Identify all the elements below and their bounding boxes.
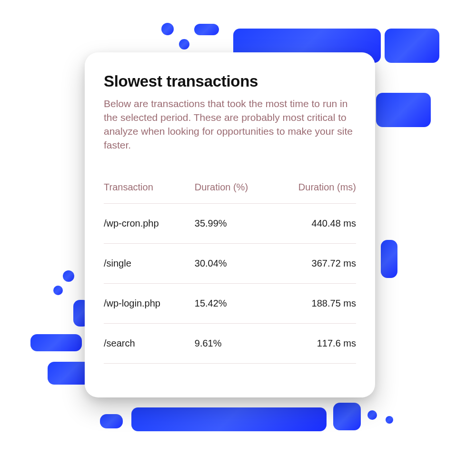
col-header-transaction: Transaction: [104, 182, 195, 204]
deco-shape: [194, 24, 219, 35]
card-title: Slowest transactions: [104, 72, 356, 90]
cell-duration-ms: 188.75 ms: [270, 283, 356, 323]
cell-transaction: /wp-login.php: [104, 283, 195, 323]
deco-dot: [161, 23, 174, 35]
slowest-transactions-card: Slowest transactions Below are transacti…: [85, 52, 375, 397]
deco-dot: [386, 416, 393, 424]
deco-shape: [131, 407, 327, 431]
table-row[interactable]: /wp-login.php 15.42% 188.75 ms: [104, 283, 356, 323]
deco-dot: [53, 286, 63, 295]
deco-shape: [100, 414, 123, 428]
cell-transaction: /single: [104, 243, 195, 283]
transactions-table: Transaction Duration (%) Duration (ms) /…: [104, 182, 356, 364]
cell-duration-pct: 15.42%: [195, 283, 270, 323]
card-subtitle: Below are transactions that took the mos…: [104, 97, 356, 152]
table-header-row: Transaction Duration (%) Duration (ms): [104, 182, 356, 204]
deco-shape: [30, 334, 82, 351]
table-row[interactable]: /single 30.04% 367.72 ms: [104, 243, 356, 283]
cell-duration-pct: 9.61%: [195, 323, 270, 363]
deco-dot: [63, 270, 74, 282]
cell-transaction: /search: [104, 323, 195, 363]
cell-duration-ms: 440.48 ms: [270, 203, 356, 243]
deco-shape: [385, 29, 439, 63]
cell-duration-ms: 117.6 ms: [270, 323, 356, 363]
col-header-duration-pct: Duration (%): [195, 182, 270, 204]
table-row[interactable]: /wp-cron.php 35.99% 440.48 ms: [104, 203, 356, 243]
deco-shape: [381, 240, 397, 278]
deco-shape: [48, 362, 90, 385]
deco-shape: [376, 93, 431, 127]
cell-transaction: /wp-cron.php: [104, 203, 195, 243]
deco-shape: [333, 403, 361, 430]
deco-dot: [179, 39, 189, 50]
table-row[interactable]: /search 9.61% 117.6 ms: [104, 323, 356, 363]
cell-duration-pct: 35.99%: [195, 203, 270, 243]
cell-duration-ms: 367.72 ms: [270, 243, 356, 283]
deco-dot: [367, 410, 377, 420]
col-header-duration-ms: Duration (ms): [270, 182, 356, 204]
cell-duration-pct: 30.04%: [195, 243, 270, 283]
